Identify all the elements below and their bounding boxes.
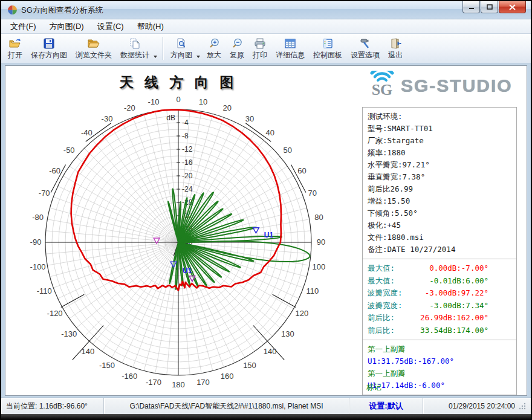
stat-value: -0.01dB:6.00° <box>429 275 488 288</box>
toolbar-label: 退出 <box>388 50 403 60</box>
svg-text:-50: -50 <box>63 146 75 155</box>
antenna-polar-chart[interactable]: 0102030405060708090100110120130140150160… <box>5 66 360 395</box>
sg-studio-logo: SG SG-STUDIO <box>363 71 513 101</box>
stat-label: 最大值: <box>368 262 395 275</box>
svg-text:20: 20 <box>222 103 231 112</box>
sg-studio-logo-icon: SG <box>363 71 401 101</box>
toolbar: 打开 保存方向图 浏览文件夹 数据统计 方向图 <box>1 34 531 63</box>
stat-value: 33.54dB:174.00° <box>420 325 488 337</box>
mark-label: 标记 <box>366 383 381 393</box>
info-row: 下倾角:5.50° <box>368 207 511 219</box>
svg-text:-60: -60 <box>49 166 60 175</box>
svg-text:-10: -10 <box>148 97 160 106</box>
info-row: 增益:15.50 <box>368 195 511 207</box>
toolbar-button-data-stats[interactable]: 数据统计 <box>116 35 154 62</box>
sidelobe-value: U1:17.14dB:-6.00° <box>368 380 511 392</box>
toolbar-button-open[interactable]: 打开 <box>4 35 27 62</box>
svg-text:150: 150 <box>243 361 256 370</box>
svg-text:160: 160 <box>221 372 234 381</box>
toolbar-button-control-panel[interactable]: 控制面板 <box>309 35 346 62</box>
status-settings[interactable]: 设置:默认 <box>349 398 423 414</box>
menu-bar: 文件(F) 方向图(D) 设置(C) 帮助(H) <box>1 19 531 34</box>
svg-text:-140: -140 <box>79 347 94 356</box>
svg-text:-120: -120 <box>47 309 63 318</box>
info-row: 厂家:Stargate <box>368 135 511 147</box>
svg-text:dB: dB <box>166 114 175 122</box>
stat-label: 波瓣宽度: <box>368 300 403 312</box>
svg-text:-30: -30 <box>102 114 113 123</box>
minimize-icon <box>469 4 475 10</box>
close-icon <box>509 4 516 10</box>
svg-text:0: 0 <box>176 95 180 104</box>
stat-value: -3.00dB:97.22° <box>425 287 488 300</box>
datetime-text: 01/29/2015 20:24:00 <box>449 402 515 410</box>
svg-text:60: 60 <box>297 166 306 175</box>
maximize-icon <box>487 4 493 10</box>
svg-text:180: 180 <box>172 380 185 389</box>
browse-folder-icon <box>87 37 100 49</box>
toolbar-button-save-pattern[interactable]: 保存方向图 <box>27 35 71 62</box>
toolbar-button-options[interactable]: 设置选项 <box>346 35 384 62</box>
app-icon <box>7 5 18 15</box>
status-current-position: 当前位置: 1.16dB:-96.60° <box>1 398 104 414</box>
minimize-button[interactable] <box>462 1 480 13</box>
zoom-reset-icon <box>232 37 242 49</box>
svg-text:130: 130 <box>281 329 294 338</box>
svg-text:-100: -100 <box>30 262 46 271</box>
info-basic-section: 测试环境: 型号:SMART-TT01 厂家:Stargate 频率:1880 … <box>363 108 516 259</box>
toolbar-label: 方向图 <box>170 50 192 60</box>
svg-text:-150: -150 <box>99 361 115 370</box>
data-stats-dropdown-icon[interactable] <box>154 56 157 58</box>
pattern-view-dropdown-icon[interactable] <box>196 56 200 58</box>
stat-value: 26.99dB:162.00° <box>420 312 488 325</box>
toolbar-button-details[interactable]: 详细信息 <box>271 35 309 62</box>
svg-text:80: 80 <box>314 213 323 222</box>
menu-file[interactable]: 文件(F) <box>5 19 42 34</box>
maximize-button[interactable] <box>481 1 498 13</box>
svg-text:-8: -8 <box>182 132 189 140</box>
menu-help[interactable]: 帮助(H) <box>132 19 169 34</box>
toolbar-button-reset-view[interactable]: 复原 <box>225 35 248 62</box>
data-stats-icon <box>129 37 140 49</box>
svg-text:70: 70 <box>308 189 317 198</box>
toolbar-button-exit[interactable]: 退出 <box>384 35 407 62</box>
sidelobe-value: U1:31.75dB:-167.00° <box>368 355 511 367</box>
svg-text:-20: -20 <box>182 172 193 180</box>
zoom-in-icon <box>209 37 219 49</box>
toolbar-label: 复原 <box>230 50 244 60</box>
marker-label: U1 <box>183 267 192 275</box>
svg-text:100: 100 <box>313 262 326 271</box>
stat-row: 前后比:33.54dB:174.00° <box>368 325 511 337</box>
svg-text:-130: -130 <box>61 329 77 338</box>
title-bar[interactable]: SG方向图查看分析系统 <box>1 1 531 19</box>
toolbar-separator <box>163 37 163 60</box>
info-row: 型号:SMART-TT01 <box>368 123 511 135</box>
main-content: 0102030405060708090100110120130140150160… <box>5 65 527 396</box>
menu-pattern[interactable]: 方向图(D) <box>44 19 89 34</box>
info-row: 备注:DATE 10/27/2014 <box>368 244 511 256</box>
stat-label: 最大值: <box>368 275 395 288</box>
marker-triangle-icon <box>170 262 177 267</box>
svg-text:SG: SG <box>372 81 393 99</box>
svg-text:-170: -170 <box>146 378 161 387</box>
sg-studio-wordmark: SG-STUDIO <box>401 76 513 96</box>
svg-text:-24: -24 <box>182 185 193 193</box>
svg-text:-20: -20 <box>124 103 135 112</box>
info-row: 频率:1880 <box>368 147 511 159</box>
info-sidelobe-section: 第一上副瓣U1:31.75dB:-167.00°第一上副瓣U1:17.14dB:… <box>363 340 516 395</box>
chart-title: 天 线 方 向 图 <box>57 73 299 92</box>
toolbar-label: 设置选项 <box>351 50 380 60</box>
stat-label: 波瓣宽度: <box>368 287 403 300</box>
menu-settings[interactable]: 设置(C) <box>92 19 129 34</box>
svg-text:-40: -40 <box>81 128 92 137</box>
toolbar-button-pattern-view[interactable]: 方向图 <box>166 35 196 62</box>
toolbar-button-browse-folder[interactable]: 浏览文件夹 <box>71 35 116 62</box>
toolbar-button-zoom-in[interactable]: 放大 <box>203 35 225 62</box>
resize-grip-icon[interactable] <box>519 402 526 410</box>
toolbar-button-print[interactable]: 打印 <box>248 35 271 62</box>
toolbar-label: 数据统计 <box>120 50 149 60</box>
toolbar-label: 打印 <box>253 50 267 60</box>
marker-label: U1 <box>264 231 274 239</box>
svg-text:-160: -160 <box>122 372 137 381</box>
close-button[interactable] <box>499 1 526 13</box>
